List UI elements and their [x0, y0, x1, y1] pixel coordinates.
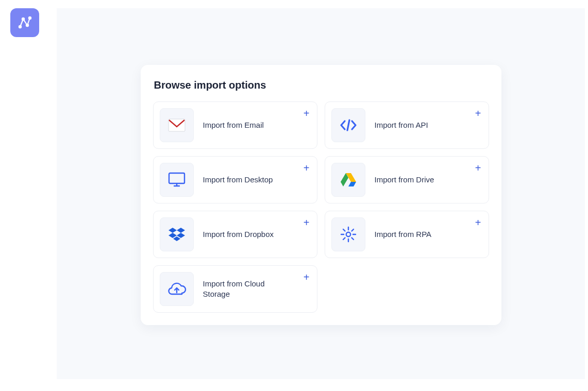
- drive-icon: [331, 163, 365, 197]
- svg-line-5: [23, 19, 27, 25]
- svg-marker-15: [169, 228, 177, 233]
- plus-icon: +: [304, 163, 310, 173]
- plus-icon: +: [475, 108, 481, 118]
- desktop-icon: [160, 163, 194, 197]
- plus-icon: +: [475, 163, 481, 173]
- import-options-panel: Browse import options Import from Email …: [141, 65, 501, 325]
- svg-line-6: [27, 18, 30, 25]
- import-option-label: Import from Email: [203, 120, 264, 130]
- svg-point-20: [346, 232, 350, 236]
- svg-marker-16: [177, 228, 185, 233]
- import-option-dropbox[interactable]: Import from Dropbox +: [153, 211, 317, 258]
- main-area: Browse import options Import from Email …: [57, 8, 585, 379]
- svg-line-25: [343, 229, 345, 231]
- import-options-grid: Import from Email + Import from API +: [153, 101, 489, 313]
- gear-icon: [331, 217, 365, 251]
- import-option-email[interactable]: Import from Email +: [153, 101, 317, 149]
- import-option-label: Import from Dropbox: [203, 229, 274, 240]
- app-logo[interactable]: [10, 8, 39, 37]
- svg-marker-17: [169, 233, 177, 238]
- svg-marker-18: [177, 233, 185, 238]
- svg-rect-9: [169, 173, 184, 183]
- import-option-api[interactable]: Import from API +: [325, 101, 489, 149]
- plus-icon: +: [304, 108, 310, 118]
- svg-line-26: [351, 238, 354, 240]
- svg-line-8: [347, 120, 349, 130]
- svg-line-27: [343, 238, 345, 240]
- graph-icon: [17, 15, 32, 30]
- import-option-cloudstorage[interactable]: Import from Cloud Storage +: [153, 265, 317, 313]
- sidebar: [0, 0, 57, 391]
- svg-marker-13: [348, 182, 356, 186]
- dropbox-icon: [160, 217, 194, 251]
- svg-line-4: [20, 19, 23, 27]
- email-icon: [160, 108, 194, 142]
- import-option-label: Import from Drive: [375, 175, 434, 185]
- import-option-rpa[interactable]: Import from RPA +: [325, 211, 489, 258]
- import-option-desktop[interactable]: Import from Desktop +: [153, 156, 317, 203]
- panel-title: Browse import options: [153, 79, 489, 91]
- import-option-label: Import from Cloud Storage: [203, 279, 280, 300]
- svg-marker-19: [173, 236, 180, 241]
- import-option-label: Import from RPA: [375, 229, 432, 240]
- plus-icon: +: [304, 217, 310, 228]
- import-option-label: Import from Desktop: [203, 175, 273, 185]
- plus-icon: +: [304, 272, 310, 282]
- cloud-upload-icon: [160, 272, 194, 306]
- import-option-label: Import from API: [375, 120, 428, 130]
- svg-rect-7: [169, 119, 185, 131]
- plus-icon: +: [475, 217, 481, 228]
- api-icon: [331, 108, 365, 142]
- svg-line-28: [351, 229, 354, 231]
- import-option-drive[interactable]: Import from Drive +: [325, 156, 489, 203]
